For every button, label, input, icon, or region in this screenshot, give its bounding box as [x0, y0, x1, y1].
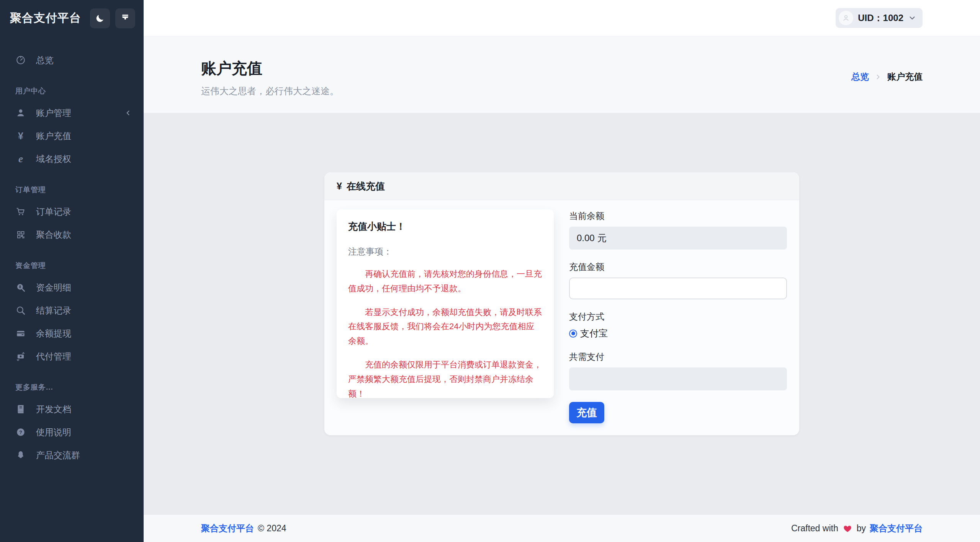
- dark-mode-toggle-button[interactable]: [90, 8, 110, 28]
- footer-copyright: © 2024: [258, 523, 286, 534]
- recharge-form: 当前余额 0.00 元 充值金额 支付方式 支付宝: [569, 209, 787, 423]
- breadcrumb-current: 账户充值: [887, 71, 923, 83]
- footer-by-text: by: [857, 523, 866, 534]
- sidebar-section-funds-management: 资金管理: [0, 261, 144, 271]
- moon-icon: [95, 13, 105, 23]
- qq-icon: [15, 450, 26, 460]
- breadcrumb: 总览 账户充值: [851, 71, 923, 83]
- card-title: 在线充值: [347, 180, 385, 193]
- sidebar-item-settlement-records[interactable]: 结算记录: [0, 299, 144, 322]
- footer-crafted-text: Crafted with: [791, 523, 838, 534]
- tips-warning-2: 若显示支付成功，余额却充值失败，请及时联系在线客服反馈，我们将会在24小时内为您…: [348, 305, 542, 348]
- card-icon: [15, 328, 26, 338]
- page-title: 账户充值: [201, 58, 339, 79]
- dashboard-icon: [15, 55, 26, 65]
- sidebar-section-user-center: 用户中心: [0, 86, 144, 96]
- sidebar-item-label: 使用说明: [36, 426, 71, 438]
- brand-logo: 聚合支付平台: [10, 10, 85, 26]
- sidebar-item-label: 开发文档: [36, 403, 71, 415]
- footer: 聚合支付平台 © 2024 Crafted with by 聚合支付平台: [144, 514, 980, 542]
- online-recharge-card: ¥ 在线充值 充值小贴士！ 注意事项： 再确认充值前，请先核对您的身份信息，一旦…: [324, 172, 799, 435]
- book-icon: [15, 404, 26, 414]
- heart-icon: [843, 524, 852, 533]
- yen-icon: ¥: [15, 131, 26, 141]
- sidebar-header: 聚合支付平台: [0, 0, 144, 36]
- payment-method-label: 支付方式: [569, 311, 787, 323]
- user-icon: [15, 108, 26, 118]
- sidebar-item-label: 总览: [36, 54, 54, 66]
- uid-label: UID：1002: [858, 12, 903, 24]
- amount-input[interactable]: [569, 278, 787, 299]
- sidebar-item-label: 订单记录: [36, 206, 71, 218]
- tips-warning-1: 再确认充值前，请先核对您的身份信息，一旦充值成功，任何理由均不予退款。: [348, 267, 542, 296]
- card-body: 充值小贴士！ 注意事项： 再确认充值前，请先核对您的身份信息，一旦充值成功，任何…: [324, 200, 799, 433]
- sidebar-item-label: 资金明细: [36, 282, 71, 294]
- sidebar-item-fund-details[interactable]: 资金明细: [0, 276, 144, 299]
- amount-label: 充值金额: [569, 261, 787, 273]
- sidebar-item-order-records[interactable]: 订单记录: [0, 200, 144, 223]
- sidebar-item-label: 代付管理: [36, 351, 71, 362]
- total-pay-field: [569, 367, 787, 390]
- card-header: ¥ 在线充值: [324, 172, 799, 200]
- content-area: ¥ 在线充值 充值小贴士！ 注意事项： 再确认充值前，请先核对您的身份信息，一旦…: [144, 113, 980, 514]
- sidebar-item-label: 域名授权: [36, 153, 71, 165]
- page-header: 账户充值 运伟大之思者，必行伟大之迷途。 总览 账户充值: [144, 36, 980, 113]
- sidebar-section-more-services: 更多服务...: [0, 382, 144, 392]
- page-subtitle: 运伟大之思者，必行伟大之迷途。: [201, 85, 339, 97]
- sidebar-item-account-recharge[interactable]: ¥ 账户充值: [0, 124, 144, 147]
- footer-brand-link-2[interactable]: 聚合支付平台: [870, 522, 923, 534]
- help-icon: ?: [15, 427, 26, 437]
- chevron-down-icon: [908, 14, 916, 22]
- search-money-icon: [15, 282, 26, 292]
- chevron-left-icon: [124, 109, 132, 117]
- user-menu-button[interactable]: UID：1002: [836, 8, 923, 28]
- main-area: UID：1002 账户充值 运伟大之思者，必行伟大之迷途。 总览 账户充值 ¥ …: [144, 0, 980, 542]
- recharge-tips-card: 充值小贴士！ 注意事项： 再确认充值前，请先核对您的身份信息，一旦充值成功，任何…: [337, 209, 554, 398]
- sidebar-item-label: 结算记录: [36, 305, 71, 317]
- transfer-icon: [15, 351, 26, 361]
- tips-warning-3: 充值的余额仅限用于平台消费或订单退款资金，严禁频繁大额充值后提现，否则封禁商户并…: [348, 358, 542, 401]
- sidebar-item-label: 账户充值: [36, 130, 71, 142]
- sidebar-section-order-management: 订单管理: [0, 185, 144, 195]
- balance-field: 0.00 元: [569, 227, 787, 250]
- sidebar-item-balance-withdraw[interactable]: 余额提现: [0, 322, 144, 345]
- sidebar-item-overview[interactable]: 总览: [0, 49, 144, 72]
- svg-text:?: ?: [19, 430, 22, 435]
- ie-icon: e: [15, 154, 26, 164]
- sidebar-item-label: 聚合收款: [36, 229, 71, 241]
- chevron-right-icon: [874, 73, 882, 81]
- recharge-submit-button[interactable]: 充值: [569, 402, 604, 423]
- avatar: [839, 11, 853, 25]
- alipay-radio[interactable]: [569, 330, 577, 338]
- sidebar-item-product-group[interactable]: 产品交流群: [0, 444, 144, 467]
- sidebar-item-account-management[interactable]: 账户管理: [0, 101, 144, 124]
- breadcrumb-overview-link[interactable]: 总览: [851, 71, 869, 83]
- sidebar-item-label: 产品交流群: [36, 449, 80, 461]
- sidebar-item-domain-auth[interactable]: e 域名授权: [0, 147, 144, 170]
- sidebar-item-payout-management[interactable]: 代付管理: [0, 345, 144, 368]
- search-icon: [15, 305, 26, 315]
- total-pay-label: 共需支付: [569, 351, 787, 363]
- sidebar-item-usage-guide[interactable]: ? 使用说明: [0, 421, 144, 444]
- yen-icon: ¥: [337, 181, 342, 192]
- tips-intro: 注意事项：: [348, 246, 542, 258]
- sidebar-nav: 总览 用户中心 账户管理 ¥ 账户充值 e 域名授权 订单管理 订单记录: [0, 36, 144, 467]
- qrcode-icon: [15, 230, 26, 239]
- sidebar-item-aggregate-collection[interactable]: 聚合收款: [0, 223, 144, 246]
- alipay-radio-label[interactable]: 支付宝: [580, 327, 608, 340]
- sidebar-item-label: 余额提现: [36, 328, 71, 340]
- sidebar-item-dev-docs[interactable]: 开发文档: [0, 398, 144, 421]
- sidebar-item-label: 账户管理: [36, 107, 71, 119]
- theme-button[interactable]: [115, 8, 135, 28]
- topbar: UID：1002: [144, 0, 980, 36]
- sidebar: 聚合支付平台 总览 用户中心 账户管理: [0, 0, 144, 542]
- cart-icon: [15, 207, 26, 217]
- balance-label: 当前余额: [569, 210, 787, 222]
- brush-icon: [120, 13, 130, 23]
- tips-title: 充值小贴士！: [348, 220, 542, 233]
- footer-brand-link[interactable]: 聚合支付平台: [201, 522, 254, 534]
